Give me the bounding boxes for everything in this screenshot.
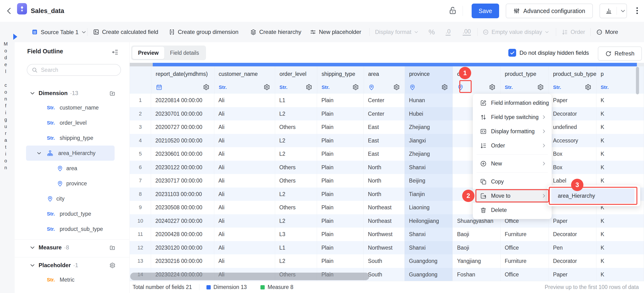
advanced-configuration-button[interactable]: Advanced configuration [506,4,593,18]
collapse-panel-icon[interactable] [112,49,118,56]
section-placeholder[interactable]: Placeholder·1 [15,257,129,272]
gear-icon[interactable] [306,84,312,91]
cell-p: K [596,120,644,134]
sidebar-item-city[interactable]: city [26,191,114,206]
gear-icon[interactable] [489,84,496,91]
horizontal-scrollbar-top[interactable] [130,63,644,66]
cell-shipping-type: Plain [317,147,364,161]
hidden-fields-label[interactable]: Do not display hidden fields [520,50,589,56]
new-placeholder-button[interactable]: New placeholder [310,29,361,35]
column-header-shipping-type[interactable]: shipping_type [317,66,364,81]
folder-plus-icon[interactable] [109,90,116,97]
edit-icon [480,100,487,106]
string-type-badge[interactable]: Str. [322,84,330,90]
divider [369,28,370,36]
percent-button[interactable]: % [428,28,435,36]
string-type-badge[interactable]: Str. [219,84,227,90]
save-button[interactable]: Save [472,4,499,18]
source-table-selector[interactable]: Source Table 1 [31,29,86,36]
chevron-right-icon [541,143,546,148]
gear-icon[interactable] [584,84,592,91]
column-header-area[interactable]: area [364,66,405,81]
decrease-decimal-button[interactable]: .0 [446,29,450,36]
section-measure[interactable]: Measure·8 [15,239,129,254]
cell-province: Zhejiang [405,147,453,161]
sidebar-item-customer-name[interactable]: Str.customer_name [26,100,114,115]
lock-icon[interactable] [448,6,457,15]
gear-icon[interactable] [263,84,270,91]
tab-field-details[interactable]: Field details [164,47,205,59]
divider [477,28,478,36]
menu-item-new[interactable]: New [473,156,552,171]
menu-item-delete[interactable]: Delete [473,203,552,217]
column-header-product-type[interactable]: product_type [500,66,549,81]
string-type-badge[interactable]: Str. [553,84,561,90]
folder-plus-icon[interactable] [109,244,116,251]
string-type-badge[interactable]: Str. [601,84,609,90]
chart-button[interactable] [600,4,627,18]
cell-area: Northwest [364,228,405,241]
sidebar-item-area[interactable]: area [26,161,114,176]
model-configuration-tab[interactable]: Model configuration [3,41,8,172]
location-pin-icon [57,180,63,187]
column-header-customer-name[interactable]: customer_name [214,66,275,81]
menu-item-move-to[interactable]: Move to [473,189,552,203]
table-row: 520230601 00:00:00AliL2PlainEastZhejiang… [130,147,644,161]
create-calculated-field-button[interactable]: Create calculated field [93,29,158,35]
empty-value-display-dropdown[interactable]: Empty value display [482,29,549,35]
menu-item-field-information-editing[interactable]: Field information editing [473,96,552,110]
sidebar-item-product-sub-type[interactable]: Str.product_sub_type [26,221,114,237]
sidebar-item-area-hierarchy[interactable]: area_Hierarchy [26,146,114,161]
gear-icon[interactable] [109,262,116,268]
tab-preview[interactable]: Preview [132,47,164,59]
sidebar-item-metric[interactable]: Str.Metric [26,272,114,287]
horizontal-scrollbar-thumb[interactable] [130,273,369,280]
kebab-menu-icon[interactable] [633,6,642,15]
vertical-scrollbar-thumb[interactable] [636,67,639,94]
gear-icon[interactable] [352,84,359,91]
menu-item-order[interactable]: Order [473,138,552,153]
column-header-product-sub-type[interactable]: product_sub_type [549,66,596,81]
menu-item-copy[interactable]: Copy [473,174,552,189]
panel-expander-arrow[interactable] [13,34,17,40]
gear-icon[interactable] [393,84,400,91]
column-header-report-date-ymdhms[interactable]: report_date(ymdhms) [151,66,214,81]
back-icon[interactable] [5,6,13,16]
calendar-icon[interactable] [156,84,162,91]
chevron-down-icon[interactable] [620,8,626,14]
refresh-button[interactable]: Refresh [598,47,642,61]
location-pin-icon[interactable] [368,84,375,91]
sidebar-item-province[interactable]: province [26,176,114,191]
menu-item-display-formatting[interactable]: Display formatting [473,124,552,138]
search-box[interactable] [27,64,121,76]
create-group-dimension-button[interactable]: Create group dimension [168,29,238,35]
sidebar-item-shipping-type[interactable]: Str.shipping_type [26,130,114,146]
order-button[interactable]: Order [562,29,585,35]
more-button[interactable]: More [596,29,618,35]
submenu-item-area-hierarchy[interactable]: area_Hierarchy [551,188,634,203]
column-header-province[interactable]: province [405,66,453,81]
create-hierarchy-button[interactable]: Create hierarchy [250,29,301,35]
sidebar-item-order-level[interactable]: Str.order_level [26,115,114,130]
menu-item-field-type-switching[interactable]: Field type switching [473,110,552,124]
increase-decimal-button[interactable]: .00 [463,29,471,36]
section-dimension[interactable]: Dimension·13 [15,86,129,100]
search-input[interactable] [40,67,112,74]
scrollbar-thumb[interactable] [153,63,637,66]
cell-order-level: L2 [275,107,317,121]
cell-order-level: L2 [275,214,317,228]
cell-p: K [596,254,644,268]
hidden-fields-checkbox[interactable] [508,49,516,57]
cell-customer-name: Ali [214,187,275,201]
gear-icon[interactable] [203,84,210,91]
string-type-badge[interactable]: Str. [280,84,288,90]
sidebar-item-product-type[interactable]: Str.product_type [26,206,114,221]
gear-icon[interactable] [537,84,544,91]
location-pin-icon[interactable] [409,84,416,91]
display-format-dropdown[interactable]: Display format [375,29,418,35]
gear-icon[interactable] [441,84,448,91]
location-pin-icon[interactable] [457,84,464,91]
cell-customer-name: Ali [214,147,275,161]
string-type-badge[interactable]: Str. [505,84,513,90]
column-header-order-level[interactable]: order_level [275,66,317,81]
